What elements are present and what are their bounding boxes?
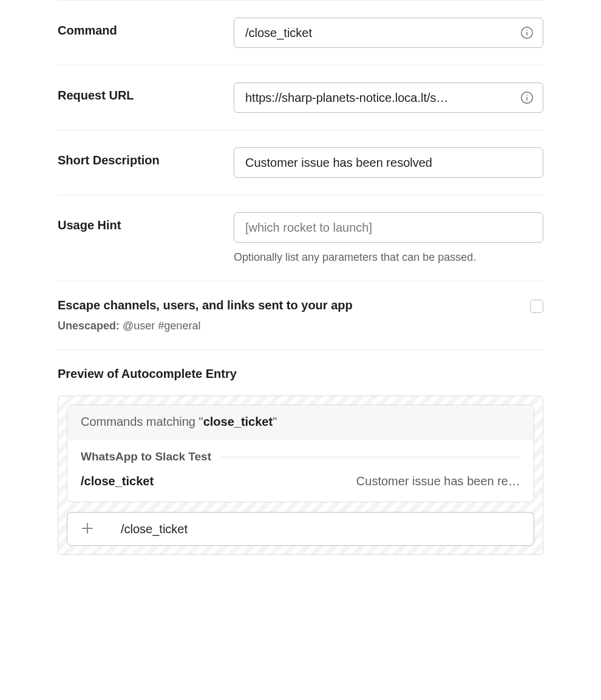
escape-subtitle: Unescaped: @user #general — [58, 320, 530, 332]
command-label: Command — [58, 18, 234, 38]
autocomplete-header: Commands matching "close_ticket" — [67, 405, 534, 439]
divider — [221, 457, 520, 457]
form-row-short-description: Short Description — [58, 130, 543, 195]
plus-button[interactable] — [67, 512, 108, 546]
short-description-input[interactable] — [234, 147, 543, 178]
usage-hint-label: Usage Hint — [58, 212, 234, 232]
preview-box: Commands matching "close_ticket" WhatsAp… — [58, 395, 543, 555]
command-input[interactable] — [234, 18, 543, 48]
info-icon[interactable] — [520, 26, 534, 39]
form-row-usage-hint: Usage Hint Optionally list any parameter… — [58, 195, 543, 281]
svg-point-2 — [526, 30, 528, 31]
autocomplete-description: Customer issue has been re… — [356, 474, 520, 488]
autocomplete-item[interactable]: /close_ticket Customer issue has been re… — [81, 474, 520, 488]
request-url-label: Request URL — [58, 82, 234, 103]
escape-title: Escape channels, users, and links sent t… — [58, 298, 530, 312]
svg-point-5 — [526, 95, 528, 96]
preview-input[interactable] — [107, 512, 534, 546]
escape-checkbox[interactable] — [530, 300, 543, 313]
escape-section: Escape channels, users, and links sent t… — [58, 281, 543, 349]
preview-section: Preview of Autocomplete Entry Commands m… — [58, 349, 543, 555]
usage-hint-input[interactable] — [234, 212, 543, 243]
autocomplete-card: Commands matching "close_ticket" WhatsAp… — [67, 405, 534, 502]
autocomplete-command: /close_ticket — [81, 474, 154, 488]
plus-icon — [80, 521, 95, 537]
autocomplete-app-name: WhatsApp to Slack Test — [81, 450, 211, 463]
info-icon[interactable] — [520, 91, 534, 104]
form-row-command: Command — [58, 0, 543, 65]
short-description-label: Short Description — [58, 147, 234, 167]
form-row-request-url: Request URL — [58, 65, 543, 130]
request-url-input[interactable] — [234, 82, 543, 113]
usage-hint-help: Optionally list any parameters that can … — [234, 251, 543, 264]
preview-title: Preview of Autocomplete Entry — [58, 367, 543, 381]
